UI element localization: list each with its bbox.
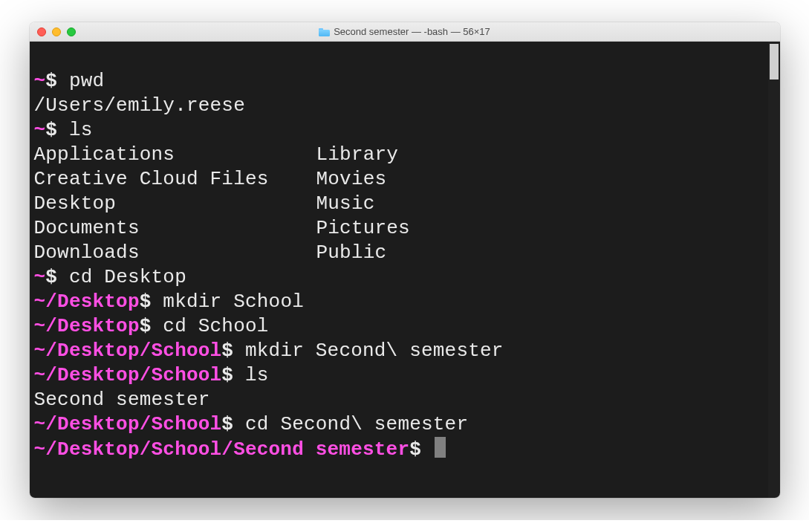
command-text: mkdir Second\ semester (245, 340, 504, 362)
ls-col-left: Applications (34, 143, 316, 167)
prompt-dollar: $ (140, 315, 152, 337)
ls-col-right: Library (316, 143, 399, 166)
folder-icon (319, 27, 330, 36)
command-text: ls (69, 119, 93, 141)
ls-col-right: Movies (316, 168, 387, 190)
command-text: pwd (69, 70, 104, 92)
maximize-button[interactable] (67, 27, 76, 36)
cursor (435, 437, 446, 458)
command-text: cd Second\ semester (245, 413, 468, 435)
prompt-path: ~ (34, 119, 46, 141)
scrollbar[interactable] (768, 42, 780, 498)
ls-col-left: Desktop (34, 192, 316, 216)
terminal-window: Second semester — -bash — 56×17 ~$ pwd /… (30, 22, 780, 498)
ls-col-left: Creative Cloud Files (34, 167, 316, 192)
prompt-dollar: $ (45, 266, 57, 288)
prompt-dollar: $ (45, 119, 57, 141)
prompt-path: ~/Desktop/School (34, 413, 222, 435)
output-text: /Users/emily.reese (34, 94, 245, 117)
prompt-path: ~ (34, 70, 46, 92)
command-text: mkdir School (163, 291, 304, 313)
prompt-path: ~/Desktop/School (34, 340, 222, 362)
ls-col-right: Music (316, 192, 375, 215)
command-text: cd School (163, 315, 268, 337)
command-text: ls (245, 364, 269, 386)
ls-col-right: Pictures (316, 217, 410, 239)
ls-col-left: Documents (34, 216, 316, 241)
prompt-path: ~ (34, 266, 46, 288)
terminal-area: ~$ pwd /Users/emily.reese ~$ ls Applicat… (30, 42, 780, 498)
prompt-dollar: $ (221, 364, 233, 386)
command-text: cd Desktop (69, 266, 186, 288)
scrollbar-thumb[interactable] (770, 44, 779, 80)
prompt-path: ~/Desktop (34, 291, 140, 313)
window-title: Second semester — -bash — 56×17 (334, 26, 490, 37)
prompt-dollar: $ (45, 70, 57, 92)
titlebar[interactable]: Second semester — -bash — 56×17 (30, 22, 780, 42)
ls-col-right: Public (316, 241, 387, 264)
prompt-dollar: $ (409, 438, 421, 461)
output-text: Second semester (34, 389, 210, 411)
prompt-dollar: $ (140, 291, 152, 313)
prompt-path: ~/Desktop/School (34, 364, 222, 386)
prompt-path: ~/Desktop/School/Second semester (34, 438, 410, 461)
prompt-dollar: $ (221, 413, 233, 435)
prompt-dollar: $ (221, 340, 233, 362)
ls-col-left: Downloads (34, 241, 316, 265)
prompt-path: ~/Desktop (34, 315, 140, 337)
close-button[interactable] (37, 27, 46, 36)
minimize-button[interactable] (52, 27, 61, 36)
window-title-wrap: Second semester — -bash — 56×17 (30, 26, 780, 37)
terminal-output[interactable]: ~$ pwd /Users/emily.reese ~$ ls Applicat… (30, 42, 768, 498)
window-controls (37, 27, 76, 36)
